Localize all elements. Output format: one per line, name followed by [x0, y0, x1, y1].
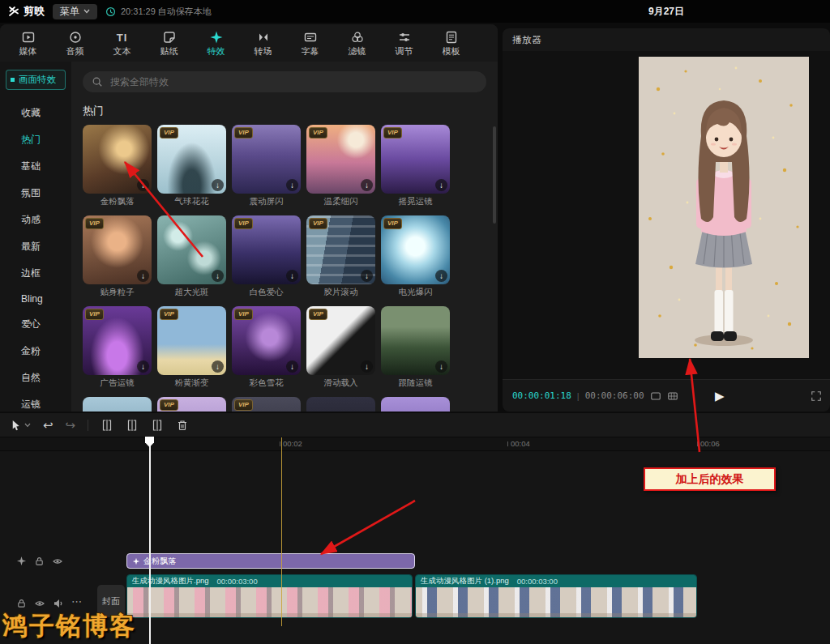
effect-item[interactable]: VIP ↓ 彩色雪花	[232, 306, 301, 389]
split-right-button[interactable]	[151, 419, 164, 432]
tab-media[interactable]: 媒体	[5, 26, 51, 60]
effect-item[interactable]: VIP ↓ 广告运镜	[83, 306, 152, 389]
tab-adjust[interactable]: 调节	[381, 26, 427, 60]
effect-item[interactable]: VIP ↓ 电光爆闪	[381, 215, 450, 298]
effect-item[interactable]: VIP	[157, 397, 226, 412]
split-button[interactable]	[126, 419, 139, 432]
effect-thumbnail[interactable]: VIP ↓	[232, 215, 301, 284]
sidebar-item-love[interactable]: 爱心	[0, 311, 71, 338]
menu-button[interactable]: 菜单	[53, 4, 97, 19]
search-input[interactable]	[109, 75, 477, 88]
tab-text[interactable]: TI 文本	[99, 26, 145, 60]
download-icon[interactable]: ↓	[435, 179, 447, 191]
speaker-icon[interactable]	[53, 598, 64, 609]
download-icon[interactable]: ↓	[137, 179, 149, 191]
effect-thumbnail[interactable]: VIP ↓	[381, 215, 450, 284]
effect-thumbnail[interactable]: ↓	[157, 215, 226, 284]
download-icon[interactable]: ↓	[435, 360, 447, 373]
sidebar-section-header[interactable]: 画面特效	[6, 70, 66, 90]
download-icon[interactable]: ↓	[137, 360, 149, 373]
effect-item[interactable]: VIP ↓ 震动屏闪	[232, 125, 301, 207]
sidebar-item-favorites[interactable]: 收藏	[0, 100, 71, 126]
download-icon[interactable]: ↓	[435, 270, 447, 282]
playhead[interactable]	[149, 437, 151, 644]
tab-filter[interactable]: 滤镜	[334, 26, 380, 60]
effect-item[interactable]: VIP ↓ 胶片滚动	[306, 215, 375, 298]
effect-item[interactable]: VIP	[232, 397, 301, 412]
effect-item[interactable]: VIP ↓ 粉黄渐变	[157, 306, 226, 389]
effect-item[interactable]	[83, 397, 152, 412]
download-icon[interactable]: ↓	[286, 179, 298, 191]
delete-button[interactable]	[176, 419, 189, 432]
download-icon[interactable]: ↓	[137, 270, 149, 282]
effect-thumbnail[interactable]: VIP ↓	[381, 125, 450, 194]
download-icon[interactable]: ↓	[286, 360, 298, 373]
tab-transition[interactable]: 转场	[240, 26, 286, 60]
lock-icon[interactable]	[16, 598, 27, 609]
download-icon[interactable]: ↓	[361, 179, 373, 191]
select-tool[interactable]	[10, 419, 31, 432]
fullscreen-icon[interactable]	[811, 390, 822, 402]
play-button[interactable]: ▶	[715, 389, 725, 403]
ratio-icon[interactable]	[650, 390, 661, 402]
effect-item[interactable]: VIP ↓ 摇晃运镜	[381, 125, 450, 207]
effect-thumbnail[interactable]	[306, 397, 375, 412]
tab-subtitle[interactable]: 字幕	[287, 26, 333, 60]
effect-thumbnail[interactable]: VIP ↓	[157, 125, 226, 194]
effect-thumbnail[interactable]: VIP ↓	[157, 306, 226, 375]
effect-item[interactable]: VIP ↓ 温柔细闪	[306, 125, 375, 207]
effect-thumbnail[interactable]	[83, 397, 152, 412]
sidebar-item-atmosphere[interactable]: 氛围	[0, 180, 71, 207]
download-icon[interactable]: ↓	[361, 360, 373, 373]
download-icon[interactable]: ↓	[286, 270, 298, 282]
tab-audio[interactable]: 音频	[52, 26, 98, 60]
tab-sticker[interactable]: 贴纸	[146, 26, 192, 60]
effect-thumbnail[interactable]: VIP ↓	[306, 215, 375, 284]
search-bar[interactable]	[83, 71, 486, 92]
effect-thumbnail[interactable]: VIP	[157, 397, 226, 412]
sidebar-item-border[interactable]: 边框	[0, 260, 71, 287]
tab-template[interactable]: 模板	[428, 26, 474, 60]
sidebar-item-hot[interactable]: 热门	[0, 126, 71, 153]
effect-thumbnail[interactable]: VIP ↓	[232, 306, 301, 375]
effect-thumbnail[interactable]: ↓	[381, 306, 450, 375]
grid-icon[interactable]	[667, 390, 678, 402]
download-icon[interactable]: ↓	[212, 270, 224, 282]
effect-item[interactable]: ↓ 金粉飘落	[83, 125, 152, 207]
effect-item[interactable]	[306, 397, 375, 412]
eye-icon[interactable]	[34, 598, 45, 609]
scrollbar[interactable]	[493, 126, 496, 224]
effect-item[interactable]: VIP ↓ 白色爱心	[232, 215, 301, 298]
sidebar-item-bling[interactable]: Bling	[0, 287, 71, 311]
effect-thumbnail[interactable]: VIP ↓	[306, 125, 375, 194]
sidebar-item-dynamic[interactable]: 动感	[0, 207, 71, 233]
sidebar-item-goldpowder[interactable]: 金粉	[0, 338, 71, 365]
effect-clip[interactable]: 金粉飘落	[126, 553, 415, 569]
effect-thumbnail[interactable]: VIP ↓	[83, 306, 152, 375]
effect-thumbnail[interactable]: VIP ↓	[306, 306, 375, 375]
undo-button[interactable]: ↩	[43, 419, 53, 431]
effect-thumbnail[interactable]: VIP ↓	[83, 215, 152, 284]
video-clip[interactable]: 生成动漫风格图片.png 00:00:03:00	[126, 574, 413, 618]
download-icon[interactable]: ↓	[212, 179, 224, 191]
more-icon[interactable]: ⋯	[71, 598, 82, 609]
eye-icon[interactable]	[52, 556, 63, 567]
download-icon[interactable]: ↓	[212, 360, 224, 373]
effect-thumbnail[interactable]: VIP ↓	[232, 125, 301, 194]
download-icon[interactable]: ↓	[361, 270, 373, 282]
sidebar-item-basic[interactable]: 基础	[0, 153, 71, 180]
effect-thumbnail[interactable]: ↓	[83, 125, 152, 194]
lock-icon[interactable]	[34, 556, 45, 567]
effect-thumbnail[interactable]: VIP	[232, 397, 301, 412]
video-clip[interactable]: 生成动漫风格图片 (1).png 00:00:03:00	[415, 574, 697, 618]
effect-item[interactable]: VIP ↓ 滑动载入	[306, 306, 375, 389]
redo-button[interactable]: ↪	[66, 419, 76, 431]
sidebar-item-newest[interactable]: 最新	[0, 233, 71, 260]
effect-item[interactable]: VIP ↓ 贴身粒子	[83, 215, 152, 298]
sidebar-item-nature[interactable]: 自然	[0, 365, 71, 391]
split-left-button[interactable]	[101, 419, 113, 432]
tab-effects[interactable]: 特效	[193, 26, 239, 60]
time-ruler[interactable]: 00:02 00:04 00:06	[0, 437, 830, 451]
effect-item[interactable]: ↓ 超大光斑	[157, 215, 226, 298]
effect-item[interactable]	[381, 397, 450, 412]
